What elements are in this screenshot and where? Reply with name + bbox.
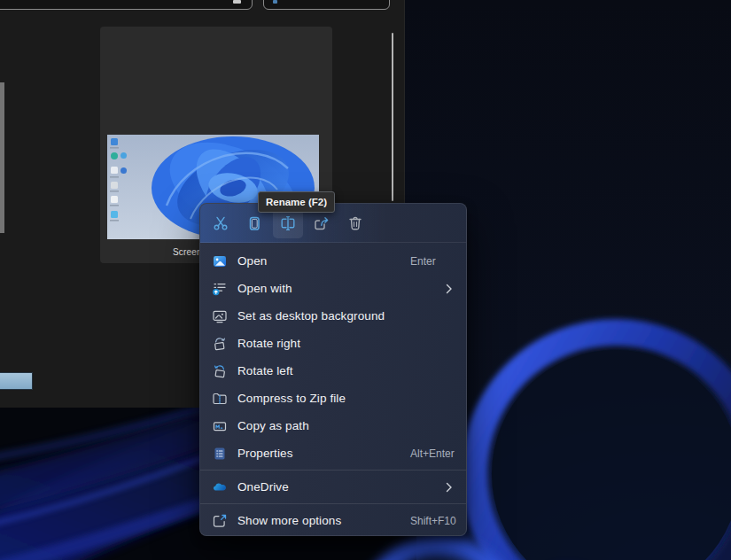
vertical-scrollbar[interactable] [392,33,393,201]
selection-bar-fragment [0,372,33,390]
left-edge-scrollbar[interactable] [0,82,4,233]
onedrive-icon [212,479,228,495]
menu-separator [200,470,466,471]
context-menu: Open Enter Open with [199,203,467,536]
menu-item-label: Open with [237,282,292,295]
menu-item-label: Rotate left [237,364,293,377]
menu-item-label: Open [237,254,267,268]
menu-item-set-desktop-background[interactable]: Set as desktop background [200,302,466,330]
menu-item-show-more-options[interactable]: Show more options Shift+F10 [200,507,466,534]
refresh-icon[interactable] [233,0,241,4]
menu-item-label: Show more options [237,514,341,527]
menu-item-rotate-left[interactable]: Rotate left [200,357,466,385]
rotate-right-icon [212,336,228,352]
submenu-chevron-icon [446,284,453,294]
rotate-left-icon [212,363,228,379]
cut-icon [212,214,229,232]
context-menu-items: Open Enter Open with [200,243,466,536]
menu-item-label: Set as desktop background [237,309,385,323]
rename-icon [279,214,297,232]
submenu-chevron-icon [446,482,453,493]
rename-tooltip: Rename (F2) [258,191,335,213]
share-icon [313,214,331,232]
menu-item-label: OneDrive [237,480,289,494]
zip-icon [212,391,228,407]
menu-item-shortcut: Shift+F10 [410,515,456,527]
delete-button[interactable] [340,207,370,238]
show-more-options-icon [212,513,228,529]
desktop-background-icon [212,308,228,324]
menu-item-properties[interactable]: Properties Alt+Enter [200,439,466,467]
cut-button[interactable] [206,207,236,238]
open-with-icon [212,281,228,297]
copy-path-icon [212,418,228,434]
menu-item-compress-zip[interactable]: Compress to Zip file [200,385,466,412]
menu-separator [200,503,466,504]
search-icon [273,0,277,4]
search-box[interactable] [263,0,390,10]
menu-item-onedrive[interactable]: OneDrive [200,473,466,501]
menu-item-label: Properties [237,447,293,460]
delete-icon [346,214,364,232]
menu-item-label: Copy as path [237,419,309,432]
menu-item-open[interactable]: Open Enter [200,247,466,275]
menu-item-open-with[interactable]: Open with [200,275,466,302]
copy-icon [245,214,263,232]
address-bar[interactable] [0,0,253,10]
image-file-icon [212,253,228,269]
menu-item-label: Compress to Zip file [237,392,346,405]
menu-item-shortcut: Enter [410,255,436,268]
menu-item-copy-as-path[interactable]: Copy as path [200,412,466,439]
menu-item-rotate-right[interactable]: Rotate right [200,330,466,357]
properties-icon [212,446,228,462]
menu-item-shortcut: Alt+Enter [410,447,455,460]
menu-item-label: Rotate right [237,337,300,350]
